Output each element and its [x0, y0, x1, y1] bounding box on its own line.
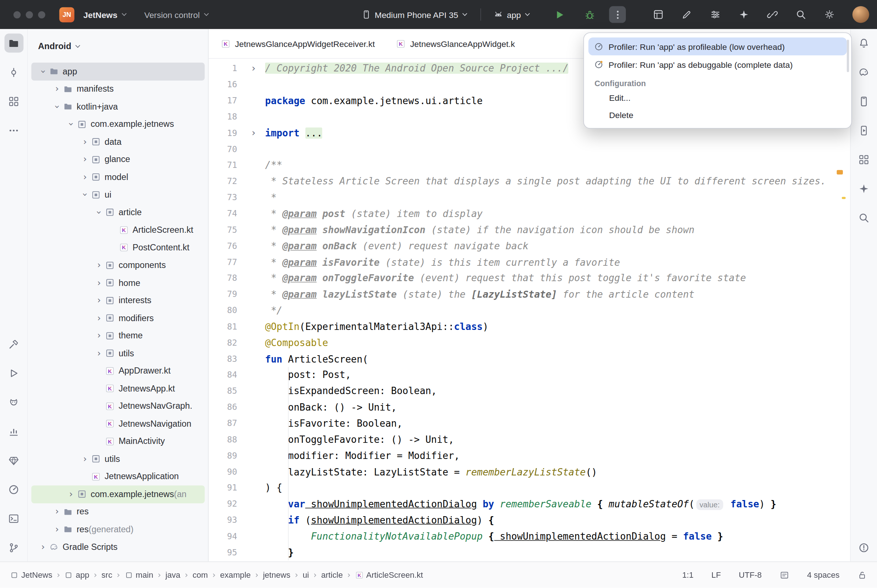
- code-line-76[interactable]: 76 * @param onBack (event) request navig…: [208, 238, 850, 254]
- code-line-80[interactable]: 80 */: [208, 302, 850, 318]
- line-separator[interactable]: LF: [711, 570, 721, 579]
- tree-item-postcontent-kt[interactable]: KPostContent.kt: [31, 238, 205, 256]
- scrollbar-warning-mark[interactable]: [842, 197, 846, 199]
- lock-icon[interactable]: [858, 570, 867, 580]
- code-line-70[interactable]: 70: [208, 141, 850, 157]
- tree-item-kotlin-java[interactable]: ›kotlin+java: [31, 98, 205, 116]
- tree-item-articlescreen-kt[interactable]: KArticleScreen.kt: [31, 221, 205, 238]
- breadcrumb-java[interactable]: java: [165, 570, 180, 579]
- tree-item-article[interactable]: ›article: [31, 204, 205, 221]
- tree-item-manifests[interactable]: ›manifests: [31, 80, 205, 98]
- code-area[interactable]: 1›/ Copyright 2020 The Android Open Sour…: [208, 58, 850, 561]
- code-line-87[interactable]: 87 isFavorite: Boolean,: [208, 416, 850, 432]
- tree-item-modifiers[interactable]: ›modifiers: [31, 309, 205, 327]
- tree-item-ui[interactable]: ›ui: [31, 186, 205, 204]
- tree-item-res-generated[interactable]: ›res (generated): [31, 520, 205, 538]
- chevron-collapsed-icon[interactable]: ›: [80, 172, 90, 182]
- vcs-menu[interactable]: Version control: [141, 8, 213, 22]
- terminal-icon[interactable]: [4, 509, 23, 528]
- scrollbar-warning-mark[interactable]: [837, 170, 843, 174]
- tree-item-gradle-scripts[interactable]: ›Gradle Scripts: [31, 538, 205, 556]
- menu-item-profiler-profileable[interactable]: Profiler: Run 'app' as profileable (low …: [588, 38, 847, 56]
- tree-item-utils[interactable]: ›utils: [31, 345, 205, 362]
- minimize-window-button[interactable]: [25, 11, 33, 18]
- tree-item-model[interactable]: ›model: [31, 168, 205, 186]
- plugins-icon[interactable]: [738, 9, 750, 20]
- tree-item-data[interactable]: ›data: [31, 133, 205, 151]
- profiler-icon[interactable]: [4, 480, 23, 499]
- project-icon[interactable]: [4, 34, 23, 53]
- close-window-button[interactable]: [13, 11, 21, 18]
- chevron-collapsed-icon[interactable]: ›: [94, 331, 104, 340]
- tree-item-jetnewsnavigation[interactable]: KJetnewsNavigation: [31, 415, 205, 433]
- chevron-collapsed-icon[interactable]: ›: [80, 454, 90, 464]
- code-line-79[interactable]: 79 * @param lazyListState (state) the [L…: [208, 286, 850, 302]
- chevron-expanded-icon[interactable]: ›: [94, 207, 103, 218]
- code-line-74[interactable]: 74 * @param post (state) item to display: [208, 206, 850, 222]
- chevron-collapsed-icon[interactable]: ›: [94, 314, 104, 322]
- code-line-72[interactable]: 72 * Stateless Article Screen that displ…: [208, 173, 850, 189]
- tree-item-appdrawer-kt[interactable]: KAppDrawer.kt: [31, 362, 205, 380]
- chevron-collapsed-icon[interactable]: ›: [66, 490, 76, 498]
- editor-config-icon[interactable]: [780, 570, 789, 580]
- menu-item-profiler-debuggable[interactable]: Profiler: Run 'app' as debuggable (compl…: [588, 56, 847, 74]
- chevron-collapsed-icon[interactable]: ›: [80, 155, 90, 164]
- code-line-93[interactable]: 93 if (showUnimplementedActionDialog) {: [208, 512, 850, 528]
- breadcrumb-example[interactable]: example: [220, 570, 251, 579]
- chevron-expanded-icon[interactable]: ›: [67, 119, 75, 129]
- breadcrumb-app[interactable]: app: [64, 570, 89, 579]
- chevron-collapsed-icon[interactable]: ›: [94, 278, 104, 287]
- breadcrumb-article[interactable]: article: [321, 570, 343, 579]
- assistant-icon[interactable]: [854, 179, 873, 198]
- chevron-expanded-icon[interactable]: ›: [52, 102, 61, 111]
- run-button[interactable]: [551, 6, 568, 23]
- more-run-options-button[interactable]: [609, 6, 626, 23]
- problems-icon[interactable]: [854, 538, 873, 557]
- notifications-icon[interactable]: [854, 34, 873, 53]
- debug-button[interactable]: [581, 6, 598, 23]
- tree-item-com-example-jetnews-an[interactable]: ›com.example.jetnews (an: [31, 485, 205, 503]
- breadcrumb-src[interactable]: src: [102, 570, 112, 579]
- zoom-window-button[interactable]: [38, 11, 45, 18]
- file-encoding[interactable]: UTF-8: [739, 570, 762, 579]
- popup-scrollbar[interactable]: [847, 40, 849, 72]
- tree-item-utils[interactable]: ›utils: [31, 450, 205, 468]
- chevron-collapsed-icon[interactable]: ›: [94, 261, 104, 270]
- app-quality-insights-icon[interactable]: [4, 422, 23, 441]
- code-line-90[interactable]: 90 lazyListState: LazyListState = rememb…: [208, 464, 850, 480]
- project-view-selector[interactable]: Android: [28, 37, 208, 56]
- chevron-collapsed-icon[interactable]: ›: [38, 543, 48, 551]
- logcat-icon[interactable]: [4, 393, 23, 412]
- find-icon[interactable]: [854, 208, 873, 227]
- menu-item-delete-configuration[interactable]: Delete: [588, 106, 847, 123]
- code-line-78[interactable]: 78 * @param onToggleFavorite (event) req…: [208, 270, 850, 286]
- breadcrumb-com[interactable]: com: [192, 570, 208, 579]
- tree-item-interests[interactable]: ›interests: [31, 292, 205, 309]
- menu-item-edit-configuration[interactable]: Edit...: [588, 89, 847, 106]
- chevron-collapsed-icon[interactable]: ›: [94, 296, 104, 304]
- search-everywhere-icon[interactable]: [795, 9, 807, 20]
- version-control-icon[interactable]: [4, 538, 23, 557]
- tab-jetnewsglanceappwidgetreceiver-kt[interactable]: KJetnewsGlanceAppWidgetReceiver.kt: [221, 29, 375, 58]
- tree-item-glance[interactable]: ›glance: [31, 151, 205, 168]
- tree-item-home[interactable]: ›home: [31, 274, 205, 291]
- fold-arrow-icon[interactable]: ›: [237, 64, 265, 74]
- chevron-collapsed-icon[interactable]: ›: [52, 85, 62, 93]
- structure-icon[interactable]: [4, 92, 23, 111]
- code-line-92[interactable]: 92 var showUnimplementedActionDialog by …: [208, 496, 850, 512]
- breadcrumb-articlescreen-kt[interactable]: KArticleScreen.kt: [355, 570, 423, 579]
- code-line-88[interactable]: 88 onToggleFavorite: () -> Unit,: [208, 432, 850, 448]
- device-selector[interactable]: Medium Phone API 35: [358, 8, 472, 22]
- tree-item-jetnewsnavgraph[interactable]: KJetnewsNavGraph.: [31, 398, 205, 415]
- build-icon[interactable]: [4, 334, 23, 353]
- code-line-84[interactable]: 84 post: Post,: [208, 367, 850, 383]
- code-line-89[interactable]: 89 modifier: Modifier = Modifier,: [208, 448, 850, 464]
- tab-jetnewsglanceappwidget-k[interactable]: KJetnewsGlanceAppWidget.k: [396, 29, 515, 58]
- app-inspection-icon[interactable]: [4, 451, 23, 470]
- more-tool-windows-icon[interactable]: [4, 121, 23, 140]
- gradle-icon[interactable]: [854, 63, 873, 82]
- chevron-collapsed-icon[interactable]: ›: [80, 138, 90, 146]
- breadcrumb-jetnews[interactable]: jetnews: [263, 570, 290, 579]
- tree-item-com-example-jetnews[interactable]: ›com.example.jetnews: [31, 116, 205, 133]
- code-line-73[interactable]: 73 *: [208, 189, 850, 206]
